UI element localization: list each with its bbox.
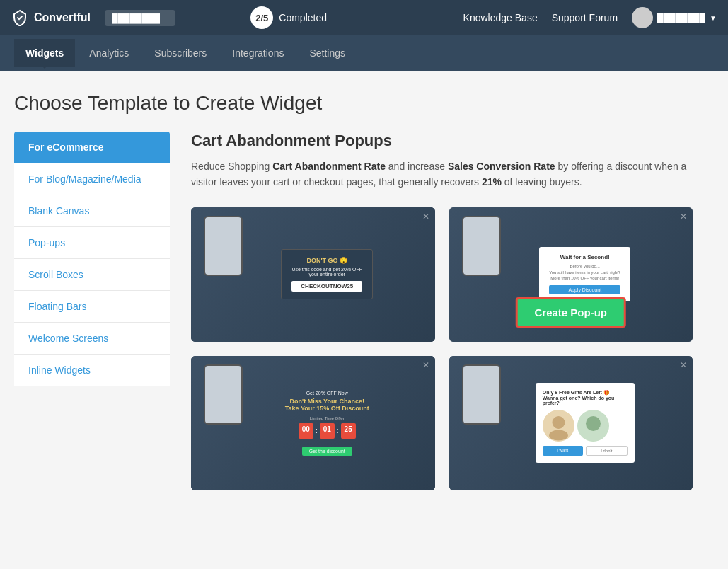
- quiz-options: [543, 410, 628, 442]
- quiz-btn-yes: I want: [543, 446, 583, 456]
- quiz-title: Only 8 Free Gifts Are Left 🎁Wanna get on…: [543, 390, 628, 406]
- mock-popup-text-1: Use this code and get 20% OFFyour entire…: [291, 267, 362, 277]
- nav-item-analytics[interactable]: Analytics: [78, 39, 140, 67]
- nav-item-settings[interactable]: Settings: [298, 39, 357, 67]
- device-screen-4: [463, 366, 499, 423]
- quiz-option-img-1: [543, 410, 574, 442]
- template-inner-1: DON'T GO 😯 Use this code and get 20% OFF…: [191, 207, 435, 342]
- countdown-cta: Get the discount: [302, 447, 352, 456]
- sidebar-item-scrollboxes[interactable]: Scroll Boxes: [14, 259, 170, 291]
- sidebar-item-ecommerce[interactable]: For eCommerce: [14, 132, 170, 163]
- quiz-option-img-2: [577, 410, 609, 442]
- template-card-3[interactable]: Get 20% OFF Now Don't Miss Your Chance!T…: [191, 356, 435, 490]
- device-screen-3: [205, 366, 241, 423]
- mock-popup-code-1: CHECKOUTNOW25: [291, 281, 362, 292]
- mock-popup-title-1: DON'T GO 😯: [291, 257, 362, 264]
- sidebar-item-blank[interactable]: Blank Canvas: [14, 195, 170, 227]
- card-close-3[interactable]: ✕: [422, 360, 429, 370]
- device-mockup-2: [462, 216, 501, 276]
- mock-popup2-title: Wait for a Second!: [549, 254, 620, 260]
- device-mockup-4: [462, 364, 501, 425]
- popup-preview-4: Only 8 Free Gifts Are Left 🎁Wanna get on…: [536, 383, 635, 463]
- card-close-1[interactable]: ✕: [422, 212, 429, 222]
- card-close-4[interactable]: ✕: [680, 360, 687, 370]
- mock-countdown-3: Get 20% OFF Now Don't Miss Your Chance!T…: [285, 391, 369, 456]
- support-forum-link[interactable]: Support Forum: [552, 12, 618, 23]
- card-close-2[interactable]: ✕: [680, 212, 687, 222]
- category-description: Reduce Shopping Cart Abandonment Rate an…: [191, 159, 693, 190]
- create-popup-button[interactable]: Create Pop-up: [515, 297, 626, 328]
- device-screen-2: [463, 217, 499, 275]
- knowledge-base-link[interactable]: Knowledge Base: [463, 12, 538, 23]
- device-mockup-3: [204, 364, 243, 425]
- sidebar-item-welcomescreens[interactable]: Welcome Screens: [14, 323, 170, 355]
- countdown-detail: Limited Time Offer: [285, 416, 369, 420]
- quiz-option-1: [543, 410, 574, 442]
- account-selector[interactable]: ████████: [105, 10, 175, 26]
- top-links: Knowledge Base Support Forum ████████ ▼: [463, 7, 717, 28]
- popup-preview-2: Wait for a Second! Before you go...You s…: [539, 247, 630, 301]
- template-inner-4: Only 8 Free Gifts Are Left 🎁Wanna get on…: [449, 356, 693, 490]
- progress-label: Completed: [279, 12, 327, 23]
- category-title: Cart Abandonment Popups: [191, 132, 693, 150]
- timer-minutes: 01: [320, 423, 335, 439]
- device-mockup-1: [204, 216, 243, 276]
- top-bar: Convertful ████████ 2/5 Completed Knowle…: [0, 0, 728, 35]
- nav-item-subscribers[interactable]: Subscribers: [143, 39, 218, 67]
- quiz-buttons: I want I don't: [543, 446, 628, 456]
- sidebar-item-blog[interactable]: For Blog/Magazine/Media: [14, 163, 170, 195]
- template-inner-3: Get 20% OFF Now Don't Miss Your Chance!T…: [191, 356, 435, 490]
- popup-preview-1: DON'T GO 😯 Use this code and get 20% OFF…: [281, 249, 373, 299]
- user-name: ████████: [657, 13, 705, 23]
- countdown-subtitle: Don't Miss Your Chance!Take Your 15% Off…: [285, 398, 369, 412]
- account-label: ████████: [112, 13, 160, 23]
- svg-point-1: [552, 416, 565, 429]
- user-menu[interactable]: ████████ ▼: [632, 7, 717, 28]
- template-card-2[interactable]: Wait for a Second! Before you go...You s…: [449, 207, 693, 342]
- mock-popup2-text: Before you go...You still have items in …: [549, 263, 620, 281]
- timer-seconds: 25: [341, 423, 356, 439]
- sidebar-item-popups[interactable]: Pop-ups: [14, 227, 170, 259]
- dropdown-arrow-icon: ▼: [710, 14, 717, 22]
- main-content: Choose Template to Create Widget For eCo…: [0, 71, 728, 505]
- content-layout: For eCommerce For Blog/Magazine/Media Bl…: [14, 132, 714, 490]
- timer-hours: 00: [299, 423, 313, 439]
- progress-indicator: 2/5 Completed: [250, 6, 327, 29]
- mock-quiz-4: Only 8 Free Gifts Are Left 🎁Wanna get on…: [536, 383, 635, 463]
- svg-point-2: [549, 430, 568, 441]
- logo[interactable]: Convertful: [11, 9, 91, 26]
- main-panel: Cart Abandonment Popups Reduce Shopping …: [170, 132, 714, 490]
- quiz-option-2: [577, 410, 609, 442]
- sidebar: For eCommerce For Blog/Magazine/Media Bl…: [14, 132, 170, 490]
- page-title: Choose Template to Create Widget: [14, 92, 714, 115]
- countdown-title: Get 20% OFF Now: [285, 391, 369, 396]
- svg-point-4: [586, 416, 601, 431]
- progress-badge: 2/5: [250, 6, 273, 29]
- mock-popup-2: Wait for a Second! Before you go...You s…: [539, 247, 630, 301]
- popup-preview-3: Get 20% OFF Now Don't Miss Your Chance!T…: [285, 391, 369, 456]
- sidebar-item-floatingbars[interactable]: Floating Bars: [14, 291, 170, 323]
- mock-popup-1: DON'T GO 😯 Use this code and get 20% OFF…: [281, 249, 373, 299]
- nav-item-widgets[interactable]: Widgets: [14, 39, 75, 67]
- logo-text: Convertful: [34, 11, 91, 24]
- mock-popup2-btn: Apply Discount: [549, 285, 620, 294]
- sidebar-item-inlinewidgets[interactable]: Inline Widgets: [14, 355, 170, 386]
- logo-icon: [11, 9, 28, 26]
- quiz-btn-no: I don't: [586, 446, 628, 456]
- template-card-1[interactable]: DON'T GO 😯 Use this code and get 20% OFF…: [191, 207, 435, 342]
- template-grid: DON'T GO 😯 Use this code and get 20% OFF…: [191, 207, 693, 490]
- template-card-4[interactable]: Only 8 Free Gifts Are Left 🎁Wanna get on…: [449, 356, 693, 490]
- user-avatar: [632, 7, 653, 28]
- countdown-timer: 00 : 01 : 25: [285, 423, 369, 439]
- secondary-nav: Widgets Analytics Subscribers Integratio…: [0, 35, 728, 71]
- device-screen-1: [205, 217, 241, 275]
- nav-item-integrations[interactable]: Integrations: [221, 39, 295, 67]
